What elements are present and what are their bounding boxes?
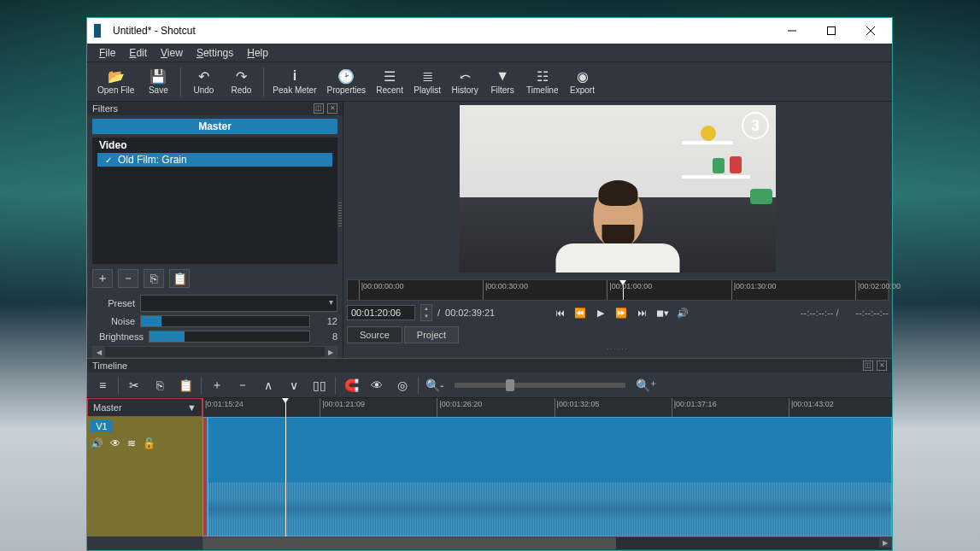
panel-close-icon[interactable]: ✕ [327,103,337,114]
recent-button[interactable]: ☰Recent [371,67,408,97]
snap-button[interactable]: 🧲 [341,375,361,396]
preview-panel: 3 |00:00:00:00|00:00:30:00|00:01:00:00|0… [343,102,892,358]
lock-icon[interactable]: 🔓 [143,437,156,449]
play-button[interactable]: ▶ [592,304,609,321]
menu-bar: File Edit View Settings Help [87,44,892,62]
timeline-clip[interactable] [208,417,892,536]
split-button[interactable]: ▯▯ [309,375,330,396]
timeline-undock-icon[interactable]: ◫ [863,360,873,371]
waveform [208,483,891,536]
timeline-panel-title: Timeline [92,360,127,371]
skip-start-button[interactable]: ⏮ [551,304,568,321]
filters-master-button[interactable]: Master [92,119,337,134]
track-label: V1 [91,420,113,432]
brand-logo-icon: 3 [742,112,769,139]
panel-resize-handle[interactable] [338,201,342,226]
app-icon [94,24,108,38]
in-point-display: --:--:--:-- / [801,308,839,318]
filters-panel: Filters ◫ ✕ Master Video ✓ Old Film: Gra… [87,102,343,358]
open-file-button[interactable]: 📂Open File [92,67,139,97]
total-timecode: 00:02:39:21 [445,308,495,318]
skip-end-button[interactable]: ⏭ [633,304,650,321]
timeline-close-icon[interactable]: ✕ [877,360,887,371]
add-filter-button[interactable]: ＋ [92,269,113,288]
timeline-hscroll[interactable]: ◀▶ [202,536,892,550]
timeline-menu-button[interactable]: ≡ [92,375,113,396]
zoom-slider[interactable] [455,383,625,388]
filter-item[interactable]: ✓ Old Film: Grain [97,153,332,167]
export-button[interactable]: ◉Export [564,67,601,97]
project-tab[interactable]: Project [404,326,459,343]
out-point-display: --:--:--:-- [856,308,889,318]
minimize-button[interactable] [772,18,812,44]
current-timecode-input[interactable] [347,305,415,320]
filter-icon: ▼ [187,402,197,413]
zoom-toggle-button[interactable]: ◼▾ [654,304,671,321]
copy-filter-button[interactable]: ⎘ [144,269,164,288]
redo-button[interactable]: ↷Redo [222,67,260,97]
preset-label: Preset [92,298,135,308]
noise-value: 12 [315,316,337,326]
playlist-button[interactable]: ≣Playlist [408,67,446,97]
brightness-value: 8 [315,331,337,342]
timeline-master-head[interactable]: Master ▼ [87,398,202,417]
timeline-button[interactable]: ☷Timeline [521,67,563,97]
cut-button[interactable]: ✂ [124,375,144,396]
mute-icon[interactable]: 🔊 [91,437,103,449]
maximize-button[interactable] [812,18,851,44]
peak-meter-button[interactable]: iPeak Meter [267,67,321,97]
panel-drag-handle[interactable]: ······ [347,343,889,355]
undo-button[interactable]: ↶Undo [185,67,222,97]
menu-file[interactable]: File [92,45,122,61]
timecode-separator: / [437,308,440,318]
filter-name: Old Film: Grain [118,154,187,166]
menu-view[interactable]: View [154,45,190,61]
svg-rect-1 [828,27,836,35]
save-button[interactable]: 💾Save [139,67,177,97]
volume-button[interactable]: 🔊 [674,304,691,321]
brightness-label: Brightness [92,331,144,342]
panel-undock-icon[interactable]: ◫ [314,103,324,114]
composite-icon[interactable]: ≋ [127,437,136,449]
filters-button[interactable]: ▼Filters [484,67,521,97]
lift-button[interactable]: ∧ [258,375,279,396]
preview-ruler[interactable]: |00:00:00:00|00:00:30:00|00:01:00:00|00:… [347,279,889,301]
timeline-panel: Timeline ◫ ✕ ≡ ✂ ⎘ 📋 ＋ － ∧ ∨ ▯▯ 🧲 [87,358,892,550]
hide-icon[interactable]: 👁 [110,437,120,449]
menu-settings[interactable]: Settings [190,45,240,61]
preset-dropdown[interactable] [140,295,337,312]
track-header-v1[interactable]: V1 🔊 👁 ≋ 🔓 [87,417,202,536]
properties-button[interactable]: 🕑Properties [322,67,372,97]
source-tab[interactable]: Source [347,326,402,343]
menu-help[interactable]: Help [240,45,275,61]
copy-button[interactable]: ⎘ [150,375,170,396]
paste-filter-button[interactable]: 📋 [169,269,190,288]
ripple-button[interactable]: ◎ [392,375,413,396]
timeline-ruler[interactable]: |0:01:15:24|00:01:21:09|00:01:26:20|00:0… [202,398,892,417]
history-button[interactable]: ⤺History [446,67,484,97]
main-toolbar: 📂Open File 💾Save ↶Undo ↷Redo iPeak Meter… [87,62,892,102]
remove-filter-button[interactable]: － [118,269,138,288]
video-preview[interactable]: 3 [460,105,776,273]
timeline-playhead[interactable] [285,398,286,536]
close-button[interactable] [851,18,890,44]
paste-button[interactable]: 📋 [175,375,196,396]
zoom-in-button[interactable]: 🔍⁺ [636,375,656,396]
timecode-spinner[interactable]: ▲▼ [420,304,432,321]
append-button[interactable]: ＋ [207,375,227,396]
fast-forward-button[interactable]: ⏩ [613,304,630,321]
filters-hscroll[interactable]: ◀▶ [92,346,337,358]
filter-enabled-check[interactable]: ✓ [104,155,113,164]
zoom-out-button[interactable]: 🔍˗ [424,375,444,396]
menu-edit[interactable]: Edit [122,45,154,61]
noise-slider[interactable] [140,315,310,327]
filters-panel-title: Filters [92,103,118,114]
video-filters-header: Video [92,138,337,153]
overwrite-button[interactable]: ∨ [284,375,304,396]
brightness-slider[interactable] [149,331,310,343]
scrub-button[interactable]: 👁 [367,375,387,396]
remove-button[interactable]: － [232,375,253,396]
window-title: Untitled* - Shotcut [113,25,772,37]
noise-label: Noise [92,316,135,326]
rewind-button[interactable]: ⏪ [572,304,589,321]
